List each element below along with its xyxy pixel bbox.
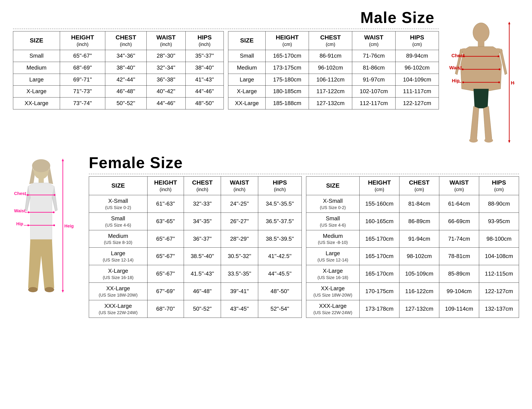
- table-row: Large(US Size 12-14)165-170cm98-102cm78-…: [306, 248, 519, 265]
- svg-point-36: [53, 211, 55, 213]
- svg-point-34: [54, 194, 55, 196]
- svg-point-8: [497, 56, 499, 57]
- svg-rect-27: [38, 178, 44, 183]
- svg-text:Hip: Hip: [452, 78, 459, 84]
- table-row: X-Large71''-73''46''-48''40''-42''44''-4…: [13, 85, 224, 97]
- table-row: XX-Large(US Size 18W-20W)170-175cm116-12…: [306, 282, 519, 300]
- col-hips-cm: HIPS(cm): [395, 31, 439, 50]
- svg-point-0: [473, 23, 489, 42]
- f-col-chest-cm: CHEST(cm): [399, 177, 439, 195]
- col-size: SIZE: [13, 31, 60, 50]
- male-tables-wrapper: SIZE HEIGHT(inch) CHEST(inch) WAIST(inch…: [13, 31, 439, 109]
- svg-text:Height: Height: [511, 80, 515, 85]
- svg-text:Chest: Chest: [451, 53, 465, 58]
- f-col-hips: HIPS(inch): [258, 177, 302, 195]
- f-col-chest: CHEST(inch): [184, 177, 221, 195]
- table-row: Small(US Size 4-6)160-165cm86-89cm66-69c…: [306, 213, 519, 230]
- table-row: Large(US Size 12-14)65''-67''38.5''-40''…: [89, 248, 302, 265]
- svg-point-11: [499, 68, 500, 70]
- table-row: Medium(US Size 8-10)65''-67''36''-37''28…: [89, 230, 302, 248]
- svg-point-38: [53, 224, 55, 226]
- svg-point-14: [498, 82, 500, 83]
- svg-text:Waist: Waist: [449, 65, 462, 70]
- f-col-size: SIZE: [89, 177, 147, 195]
- svg-marker-40: [62, 158, 64, 161]
- col-height: HEIGHT(inch): [60, 31, 105, 50]
- table-row: Small(US Size 4-6)63''-65''34''-35''26''…: [89, 213, 302, 230]
- table-row: Medium68''-69''38''-40''32''-34''38''-40…: [13, 62, 224, 74]
- svg-text:Chest: Chest: [14, 191, 26, 196]
- table-row: X-Small(US Size 0-2)155-160cm81-84cm61-6…: [306, 195, 519, 213]
- female-cm-table: SIZE HEIGHT(cm) CHEST(cm) WAIST(cm) HIPS…: [306, 176, 519, 318]
- col-chest-cm: CHEST(cm): [309, 31, 352, 50]
- f-col-hips-cm: HIPS(cm): [479, 177, 519, 195]
- female-inch-table-block: SIZE HEIGHT(inch) CHEST(inch) WAIST(inch…: [89, 176, 302, 318]
- svg-text:Waist: Waist: [14, 208, 26, 213]
- female-title: Female Size: [89, 154, 519, 172]
- female-inch-table: SIZE HEIGHT(inch) CHEST(inch) WAIST(inch…: [89, 176, 302, 318]
- col-waist-cm: WAIST(cm): [352, 31, 395, 50]
- female-section: Chest Waist Hip Height Female Size SIZE: [13, 154, 519, 318]
- svg-point-32: [45, 287, 54, 292]
- table-row: XX-Large185-188cm127-132cm112-117cm122-1…: [228, 97, 439, 109]
- female-tables-wrapper: SIZE HEIGHT(inch) CHEST(inch) WAIST(inch…: [89, 176, 519, 318]
- male-section: Male Size SIZE HEIGHT(inch) CHEST(inch) …: [13, 9, 519, 147]
- female-figure: Chest Waist Hip Height: [13, 158, 74, 310]
- table-row: XX-Large73''-74''50''-52''44''-46''48''-…: [13, 97, 224, 109]
- table-row: Small65''-67''34''-36''28''-30''35''-37'…: [13, 50, 224, 62]
- female-cm-table-block: SIZE HEIGHT(cm) CHEST(cm) WAIST(cm) HIPS…: [306, 176, 519, 318]
- female-figure-area: Chest Waist Hip Height: [13, 158, 82, 310]
- f-col-waist-cm: WAIST(cm): [439, 177, 479, 195]
- table-row: XX-Large(US Size 18W-20W)67''-69''46''-4…: [89, 282, 302, 300]
- svg-point-13: [462, 82, 464, 83]
- svg-point-33: [27, 194, 28, 196]
- table-row: Small165-170cm86-91cm71-76cm89-94cm: [228, 50, 439, 62]
- svg-point-31: [28, 287, 38, 292]
- col-hips: HIPS(inch): [185, 31, 224, 50]
- svg-point-35: [28, 211, 29, 213]
- male-figure: Chest Waist Hip Height: [445, 22, 515, 147]
- table-row: X-Large(US Size 16-18)65''-67''41.5''-43…: [89, 265, 302, 283]
- svg-point-26: [32, 159, 50, 172]
- table-row: Medium(US Size -8-10)165-170cm91-94cm71-…: [306, 230, 519, 248]
- f-col-waist: WAIST(inch): [221, 177, 258, 195]
- svg-point-10: [462, 68, 464, 70]
- svg-rect-1: [478, 41, 484, 46]
- male-cm-table-block: SIZE HEIGHT(cm) CHEST(cm) WAIST(cm) HIPS…: [228, 31, 439, 109]
- f-col-height: HEIGHT(inch): [147, 177, 184, 195]
- table-row: XXX-Large(US Size 22W-24W)173-178cm127-1…: [306, 300, 519, 317]
- table-row: Large175-180cm106-112cm91-97cm104-109cm: [228, 74, 439, 85]
- col-height-cm: HEIGHT(cm): [266, 31, 309, 50]
- svg-point-37: [27, 224, 29, 226]
- col-waist: WAIST(inch): [147, 31, 185, 50]
- svg-marker-41: [62, 290, 64, 293]
- svg-text:Height: Height: [64, 223, 74, 228]
- table-row: XXX-Large(US Size 22W-24W)68''-70''50''-…: [89, 300, 302, 317]
- svg-marker-17: [508, 140, 510, 143]
- svg-marker-16: [508, 22, 510, 24]
- female-table-area: Female Size SIZE HEIGHT(inch) CHEST(inch…: [89, 154, 519, 318]
- male-cm-table: SIZE HEIGHT(cm) CHEST(cm) WAIST(cm) HIPS…: [228, 31, 439, 109]
- table-row: Large69''-71''42''-44''36''-38''41''-43'…: [13, 74, 224, 85]
- table-row: Medium173-175cm96-102cm81-86cm96-102cm: [228, 62, 439, 74]
- table-row: X-Large180-185cm117-122cm102-107cm111-11…: [228, 85, 439, 97]
- col-size-cm: SIZE: [228, 31, 266, 50]
- f-col-size-cm: SIZE: [306, 177, 360, 195]
- male-title: Male Size: [13, 9, 439, 27]
- f-col-height-cm: HEIGHT(cm): [360, 177, 399, 195]
- male-figure-area: Chest Waist Hip Height: [445, 22, 519, 147]
- table-row: X-Small(US Size 0-2)61''-63''32''-33''24…: [89, 195, 302, 213]
- table-row: X-Large(US Size 16-18)165-170cm105-109cm…: [306, 265, 519, 283]
- svg-text:Hip: Hip: [16, 221, 23, 226]
- svg-point-5: [484, 138, 493, 143]
- male-inch-table: SIZE HEIGHT(inch) CHEST(inch) WAIST(inch…: [13, 31, 224, 109]
- svg-point-4: [469, 138, 478, 143]
- col-chest: CHEST(inch): [105, 31, 147, 50]
- male-table-area: Male Size SIZE HEIGHT(inch) CHEST(inch) …: [13, 9, 439, 109]
- male-inch-table-block: SIZE HEIGHT(inch) CHEST(inch) WAIST(inch…: [13, 31, 224, 109]
